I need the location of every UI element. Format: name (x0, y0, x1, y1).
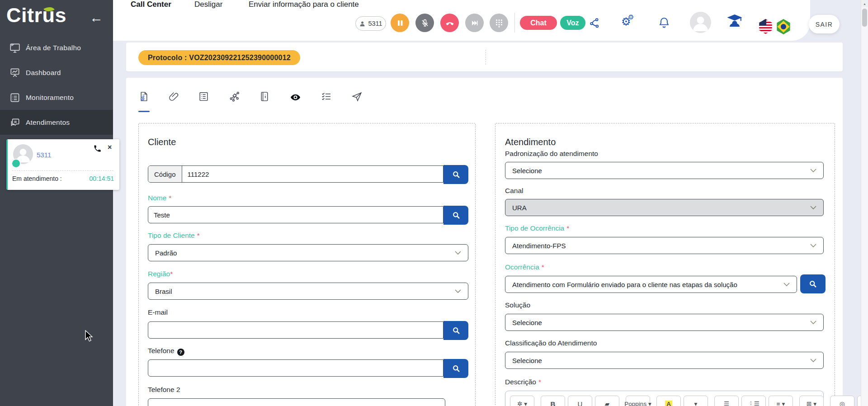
search-icon (808, 279, 817, 288)
active-call-card[interactable]: 5311 × Em atendimento : 00:14:51 (6, 139, 119, 190)
search-icon (452, 211, 461, 220)
contact-book-icon[interactable] (259, 90, 270, 103)
user-avatar[interactable] (690, 12, 711, 33)
monitoring-icon (9, 92, 21, 104)
tab-call-center[interactable]: Call Center (131, 0, 171, 9)
codigo-input[interactable] (182, 166, 443, 182)
classificacao-label: Classificação do Atendimento (505, 339, 597, 347)
pause-icon (396, 19, 404, 27)
sidebar-item-atendimentos[interactable]: Atendimentos (0, 110, 113, 135)
share-nodes-icon[interactable] (588, 17, 601, 29)
editor-paragraph-dropdown[interactable]: ≡ ▾ (769, 396, 793, 406)
attachment-icon[interactable] (168, 90, 179, 103)
ocorrencia-search-button[interactable] (800, 274, 826, 293)
training-graduation-icon[interactable] (726, 14, 743, 28)
notifications-bell-icon[interactable] (658, 16, 670, 29)
transfer-call-button[interactable] (465, 14, 484, 32)
solucao-label: Solução (505, 301, 530, 309)
send-plane-icon[interactable] (351, 90, 363, 103)
nome-search-button[interactable] (443, 206, 468, 225)
sidebar-item-area-de-trabalho[interactable]: Área de Trabalho (0, 35, 113, 60)
telefone2-input[interactable] (148, 398, 445, 406)
logout-button[interactable]: SAIR (809, 15, 840, 33)
tab-enviar-informacao[interactable]: Enviar informação para o cliente (249, 0, 359, 9)
tipo-cliente-label: Tipo de Cliente* (148, 231, 200, 240)
header-divider (514, 13, 515, 33)
phone-icon[interactable] (93, 144, 102, 153)
editor-clear-format-button[interactable]: ▰ (595, 396, 619, 406)
sidebar-item-label: Atendimentos (26, 118, 70, 127)
scrollbar-thumb[interactable] (862, 9, 867, 27)
list-details-icon[interactable] (198, 90, 209, 103)
descricao-editor[interactable]: ✲ ▾ B U ▰ Poppins ▾ A ▾ ☰ ⋮☰ ≡ ▾ ⊞ ▾ ◎ ▣… (505, 391, 824, 406)
view-eye-icon[interactable] (290, 91, 301, 104)
ocorrencia-label: Ocorrência* (505, 263, 544, 271)
regiao-select[interactable]: Brasil (148, 283, 468, 300)
telefone-search-button[interactable] (443, 359, 468, 378)
codigo-search-button[interactable] (443, 165, 468, 184)
editor-bullet-list-button[interactable]: ☰ (714, 396, 739, 406)
regiao-label: Região* (148, 270, 173, 278)
new-document-icon[interactable] (138, 90, 150, 103)
checklist-icon[interactable] (321, 90, 332, 103)
ocorrencia-select[interactable]: Atendimento com Formulário enviado para … (505, 276, 797, 293)
protocol-badge: Protocolo : VOZ202309221252390000012 (138, 50, 300, 65)
editor-toolbar: ✲ ▾ B U ▰ Poppins ▾ A ▾ ☰ ⋮☰ ≡ ▾ ⊞ ▾ ◎ ▣… (510, 396, 819, 406)
tipo-ocorrencia-select[interactable]: Atendimento-FPS (505, 237, 824, 254)
chevron-down-icon (783, 283, 790, 287)
close-call-icon[interactable]: × (108, 143, 112, 151)
chevron-down-icon (455, 289, 461, 293)
tab-desligar[interactable]: Desligar (194, 0, 222, 9)
codigo-prefix-label: Código (148, 166, 182, 182)
telefone-input[interactable] (148, 360, 443, 376)
mute-microphone-button[interactable] (415, 14, 434, 32)
chevron-down-icon (810, 206, 816, 210)
editor-underline-button[interactable]: U (568, 396, 592, 406)
editor-highlight-button[interactable]: A (656, 396, 681, 406)
scroll-up-arrow-icon[interactable]: ▲ (861, 0, 868, 7)
editor-numbered-list-button[interactable]: ⋮☰ (741, 396, 766, 406)
nome-input[interactable] (148, 207, 443, 223)
citrus-logo: Citrus ← (6, 4, 110, 32)
editor-font-select[interactable]: Poppins ▾ (626, 396, 650, 406)
active-tool-underline (138, 111, 150, 112)
email-search-button[interactable] (443, 321, 468, 340)
chevron-down-icon (810, 321, 816, 325)
editor-color-dropdown[interactable]: ▾ (684, 396, 708, 406)
tipo-cliente-select[interactable]: Padrão (148, 244, 468, 261)
sidebar-item-monitoramento[interactable]: Monitoramento (0, 85, 113, 110)
scrollbar[interactable]: ▲ (861, 0, 868, 406)
email-input[interactable] (148, 322, 443, 338)
person-icon (359, 20, 366, 27)
telefone-help-icon[interactable]: ? (177, 349, 184, 356)
settings-gears-icon[interactable]: ⚙⚙ (621, 16, 631, 27)
call-extension: 5311 (37, 151, 51, 159)
hangup-button[interactable] (440, 14, 459, 32)
sidebar-collapse-arrow-icon[interactable]: ← (90, 10, 103, 25)
padronizacao-select[interactable]: Selecione (505, 162, 824, 179)
solucao-select[interactable]: Selecione (505, 314, 824, 331)
call-status-label: Em atendimento : (12, 175, 62, 182)
hangup-icon (445, 18, 455, 28)
network-nodes-icon[interactable] (229, 90, 240, 103)
skip-forward-icon (471, 19, 479, 27)
editor-bold-button[interactable]: B (541, 396, 565, 406)
editor-style-button[interactable]: ✲ ▾ (510, 396, 534, 406)
agent-extension-pill[interactable]: 5311 (355, 16, 386, 31)
mic-off-icon (420, 19, 429, 28)
classificacao-select[interactable]: Selecione (505, 352, 824, 369)
dialpad-button[interactable] (490, 14, 508, 32)
chat-channel-pill[interactable]: Chat (520, 16, 557, 30)
sidebar: Citrus ← Área de Trabalho Dashboard Moni… (0, 0, 113, 406)
voz-channel-pill[interactable]: Voz (560, 16, 585, 30)
canal-label: Canal (505, 187, 524, 195)
pause-call-button[interactable] (391, 14, 409, 32)
chats-icon (9, 117, 21, 128)
cliente-title: Cliente (148, 137, 176, 147)
card-divider (12, 170, 113, 171)
sidebar-item-dashboard[interactable]: Dashboard (0, 60, 113, 85)
editor-table-dropdown[interactable]: ⊞ ▾ (799, 396, 824, 406)
email-label: E-mail (148, 308, 168, 316)
editor-emoji-button[interactable]: ◎ (830, 396, 854, 406)
sidebar-item-label: Monitoramento (26, 94, 74, 102)
